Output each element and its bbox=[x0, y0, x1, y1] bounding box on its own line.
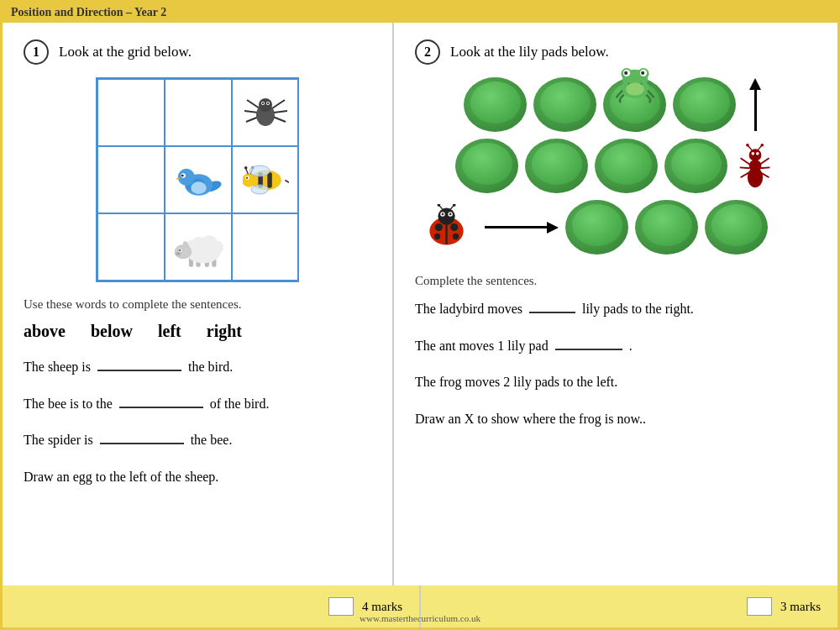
svg-line-1 bbox=[244, 111, 258, 113]
grid-cell-2-2 bbox=[232, 213, 299, 281]
svg-point-46 bbox=[176, 253, 178, 255]
sentence-8: Draw an X to show where the frog is now.… bbox=[415, 408, 816, 430]
sentence-7: The frog moves 2 lily pads to the left. bbox=[415, 371, 816, 393]
word-right: right bbox=[207, 322, 242, 341]
grid-cell-2-1 bbox=[165, 213, 232, 281]
grid-cell-1-2 bbox=[232, 146, 299, 213]
word-left: left bbox=[158, 322, 181, 341]
svg-point-11 bbox=[267, 102, 269, 104]
lily-row-3 bbox=[415, 200, 816, 255]
sentence-1: The sheep is the bird. bbox=[24, 356, 371, 378]
spider-icon bbox=[243, 90, 289, 136]
svg-point-41 bbox=[209, 239, 223, 254]
svg-point-74 bbox=[755, 152, 759, 155]
word-bank: above below left right bbox=[24, 322, 371, 341]
svg-point-79 bbox=[450, 223, 458, 231]
footer-website: www.masterthecurriculum.co.uk bbox=[3, 613, 837, 623]
lily-pad-3-4 bbox=[705, 200, 768, 255]
svg-point-10 bbox=[262, 102, 264, 104]
grid-cell-1-1 bbox=[165, 146, 232, 213]
sentence-6: The ant moves 1 lily pad . bbox=[415, 335, 816, 357]
grid-cell-1-0 bbox=[97, 146, 165, 213]
svg-point-67 bbox=[748, 160, 761, 172]
svg-point-15 bbox=[177, 168, 194, 185]
blank-1[interactable] bbox=[97, 370, 181, 371]
lily-pad-area bbox=[415, 77, 816, 261]
arrow-up-line bbox=[754, 89, 757, 131]
lily-pad-1-1 bbox=[464, 77, 527, 132]
sentence-2: The bee is to the of the bird. bbox=[24, 393, 371, 415]
lily-pad-2-4 bbox=[664, 139, 727, 193]
lily-pad-1-2 bbox=[533, 77, 596, 132]
svg-point-47 bbox=[178, 253, 180, 255]
question-1-panel: 1 Look at the grid below. bbox=[3, 23, 394, 585]
grid-cell-0-0 bbox=[97, 79, 165, 146]
marks-label-1: 4 marks bbox=[362, 600, 402, 614]
page-title: Position and Direction – Year 2 bbox=[3, 3, 837, 23]
grid-cell-2-0 bbox=[97, 213, 165, 281]
question-2-text: Look at the lily pads below. bbox=[450, 44, 609, 60]
horizontal-arrow bbox=[485, 200, 559, 255]
question-1-text: Look at the grid below. bbox=[59, 44, 192, 60]
lily-pad-1-4 bbox=[673, 77, 736, 132]
lily-pad-3-3 bbox=[635, 200, 698, 255]
arrow-up-head bbox=[749, 78, 761, 90]
bee-icon bbox=[243, 157, 289, 203]
question-2-number: 2 bbox=[415, 39, 440, 65]
up-arrow-container bbox=[743, 77, 768, 132]
svg-point-28 bbox=[244, 166, 247, 170]
lily-pad-2-1 bbox=[455, 139, 518, 193]
svg-point-31 bbox=[249, 165, 270, 176]
blank-4[interactable] bbox=[529, 312, 575, 313]
blank-3[interactable] bbox=[100, 443, 184, 444]
lily-pad-2-2 bbox=[525, 139, 588, 193]
svg-point-81 bbox=[452, 234, 458, 239]
blank-2[interactable] bbox=[119, 407, 203, 408]
ant-container bbox=[734, 139, 776, 193]
svg-point-32 bbox=[251, 185, 268, 194]
ladybird-container bbox=[415, 200, 478, 255]
sentence-3: The spider is the bee. bbox=[24, 429, 371, 451]
svg-line-64 bbox=[759, 167, 769, 168]
question-1-header: 1 Look at the grid below. bbox=[24, 39, 371, 65]
svg-line-3 bbox=[272, 100, 285, 108]
lily-pad-3-2 bbox=[565, 200, 628, 255]
sentence-5: The ladybird moves lily pads to the righ… bbox=[415, 298, 816, 320]
ant-icon bbox=[737, 143, 774, 189]
svg-line-5 bbox=[273, 117, 286, 122]
lily-row-2 bbox=[455, 139, 776, 193]
bird-icon bbox=[176, 157, 222, 203]
svg-line-0 bbox=[247, 100, 260, 108]
svg-point-78 bbox=[434, 223, 442, 231]
svg-point-26 bbox=[246, 176, 248, 178]
svg-point-72 bbox=[760, 144, 764, 147]
blank-5[interactable] bbox=[555, 349, 622, 350]
svg-point-73 bbox=[751, 152, 754, 155]
question-1-number: 1 bbox=[24, 39, 49, 65]
svg-line-61 bbox=[739, 167, 749, 168]
svg-point-55 bbox=[624, 71, 627, 75]
ladybird-icon bbox=[422, 204, 472, 250]
svg-point-68 bbox=[748, 149, 761, 161]
marks-label-2: 3 marks bbox=[780, 600, 821, 614]
svg-point-17 bbox=[181, 174, 183, 176]
animal-grid bbox=[96, 77, 299, 282]
svg-point-85 bbox=[449, 213, 451, 216]
svg-line-63 bbox=[759, 158, 769, 164]
question-2-panel: 2 Look at the lily pads below. bbox=[394, 23, 837, 585]
svg-point-70 bbox=[746, 144, 749, 147]
arrowhead-right bbox=[547, 222, 559, 234]
svg-point-56 bbox=[641, 71, 644, 75]
svg-line-20 bbox=[285, 180, 289, 182]
instruction-1: Use these words to complete the sentence… bbox=[24, 297, 371, 312]
sheep-icon bbox=[173, 224, 223, 270]
svg-point-84 bbox=[441, 213, 444, 216]
footer: 4 marks 3 marks www.masterthecurriculum.… bbox=[3, 585, 837, 627]
lily-row-1 bbox=[464, 77, 768, 132]
svg-point-42 bbox=[175, 244, 192, 259]
svg-point-59 bbox=[626, 83, 644, 96]
lily-pad-1-3 bbox=[603, 77, 666, 132]
svg-point-19 bbox=[191, 181, 206, 194]
svg-line-60 bbox=[740, 158, 749, 164]
sentence-4: Draw an egg to the left of the sheep. bbox=[24, 466, 371, 488]
